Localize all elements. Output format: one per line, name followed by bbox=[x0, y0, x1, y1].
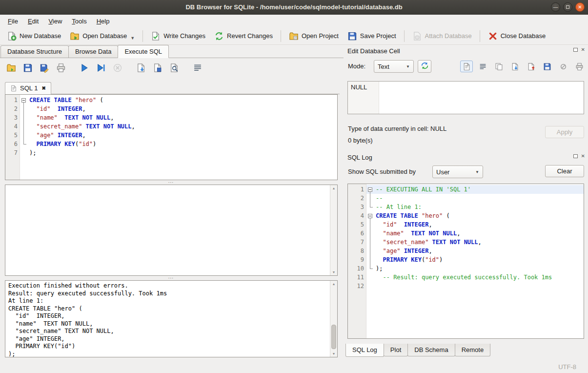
sql-toolbar bbox=[5, 62, 340, 74]
chevron-down-icon: ▼ bbox=[402, 64, 410, 69]
fold-line bbox=[366, 255, 374, 264]
scrollbar-thumb[interactable] bbox=[331, 325, 336, 349]
save-results-icon[interactable] bbox=[151, 62, 163, 74]
dropdown-arrow-icon[interactable]: ▼ bbox=[130, 36, 135, 41]
undock-icon[interactable] bbox=[573, 154, 578, 158]
tab-remote[interactable]: Remote bbox=[455, 344, 491, 356]
menu-tools[interactable]: Tools bbox=[67, 16, 91, 27]
menu-edit[interactable]: Edit bbox=[23, 16, 43, 27]
find-replace-icon[interactable] bbox=[168, 62, 180, 74]
new-database-button[interactable]: New Database bbox=[3, 29, 65, 43]
mode-apply-icon bbox=[421, 62, 429, 71]
line-number: 6 bbox=[5, 140, 20, 148]
sql-editor[interactable]: 1CREATE TABLE "hero" (2 "id" INTEGER,3 "… bbox=[5, 94, 338, 180]
submitted-by-select[interactable]: User ▼ bbox=[432, 166, 483, 178]
tab-db-schema[interactable]: DB Schema bbox=[407, 344, 455, 356]
save-data-icon[interactable] bbox=[541, 61, 553, 72]
close-panel-icon[interactable]: ✕ bbox=[581, 154, 585, 159]
cell-editor-content: NULL bbox=[348, 82, 379, 114]
execute-all-icon[interactable] bbox=[78, 62, 90, 74]
code-text: CREATE TABLE "hero" ( bbox=[374, 211, 450, 220]
clear-button[interactable]: Clear bbox=[545, 165, 584, 177]
mode-select[interactable]: Text ▼ bbox=[374, 60, 414, 73]
maximize-icon[interactable] bbox=[563, 2, 572, 12]
open-database-button[interactable]: Open Database▼ bbox=[66, 29, 139, 43]
export-data-icon[interactable] bbox=[525, 61, 537, 72]
copy-icon[interactable] bbox=[492, 61, 505, 72]
tab-database-structure[interactable]: Database Structure bbox=[0, 45, 69, 58]
encoding-label: UTF-8 bbox=[558, 363, 576, 371]
scroll-down-icon[interactable]: ▼ bbox=[330, 351, 337, 357]
fold-marker-icon[interactable] bbox=[366, 185, 374, 194]
print-cell-icon[interactable] bbox=[573, 61, 586, 72]
print-icon[interactable] bbox=[55, 62, 67, 74]
open-project-button[interactable]: Open Project bbox=[285, 29, 343, 43]
cell-editor-area[interactable]: NULL bbox=[347, 81, 584, 114]
code-line: 12 bbox=[348, 282, 584, 290]
cell-editor-toolbar bbox=[460, 61, 586, 72]
execution-log-scrollbar[interactable]: ▲ ▼ bbox=[330, 281, 337, 357]
set-null-icon[interactable] bbox=[557, 61, 569, 72]
fold-line bbox=[20, 148, 28, 157]
splitter-handle[interactable]: ⋯ bbox=[5, 180, 338, 185]
close-icon[interactable]: ✕ bbox=[575, 2, 585, 12]
right-panel: Edit Database Cell ✕ Mode: Text ▼ NULL T… bbox=[344, 45, 588, 360]
code-text: CREATE TABLE "hero" ( bbox=[28, 96, 103, 104]
close-database-button[interactable]: Close Database bbox=[484, 29, 550, 43]
word-wrap-icon[interactable] bbox=[476, 61, 489, 72]
execute-line-icon[interactable] bbox=[95, 62, 107, 74]
tab-execute-sql[interactable]: Execute SQL bbox=[118, 45, 169, 58]
tab-plot[interactable]: Plot bbox=[384, 344, 408, 356]
fold-marker-icon[interactable] bbox=[20, 96, 28, 104]
save-sql-as-icon[interactable] bbox=[38, 62, 50, 74]
sql-file-tab[interactable]: SQL 1 ✖ bbox=[5, 82, 51, 94]
results-area[interactable]: ▲ ▼ bbox=[5, 185, 338, 276]
edit-cell-title: Edit Database Cell bbox=[347, 47, 400, 55]
scroll-up-icon[interactable]: ▲ bbox=[330, 281, 337, 287]
fold-marker-icon[interactable] bbox=[366, 211, 374, 220]
text-mode-icon[interactable] bbox=[460, 61, 473, 72]
menu-view[interactable]: View bbox=[43, 16, 67, 27]
statusbar: UTF-8 bbox=[0, 360, 588, 373]
line-number: 7 bbox=[5, 148, 20, 157]
export-results-icon[interactable] bbox=[135, 62, 147, 74]
code-text bbox=[374, 282, 376, 290]
revert-changes-button[interactable]: Revert Changes bbox=[210, 29, 277, 43]
import-data-icon[interactable] bbox=[508, 61, 521, 72]
sql-file-tabbar: SQL 1 ✖ bbox=[5, 80, 340, 94]
save-sql-file-icon[interactable] bbox=[21, 62, 34, 74]
line-number: 5 bbox=[348, 220, 366, 229]
write-changes-icon bbox=[151, 31, 161, 41]
log-lines: 1-- EXECUTING ALL IN 'SQL 1'2--3-- At li… bbox=[348, 184, 584, 290]
new-database-icon bbox=[7, 31, 17, 41]
format-sql-icon[interactable] bbox=[191, 62, 203, 74]
toolbar-separator bbox=[142, 30, 143, 42]
code-text: ); bbox=[28, 148, 36, 157]
scroll-up-icon[interactable]: ▲ bbox=[330, 185, 337, 191]
open-sql-file-icon[interactable] bbox=[5, 62, 17, 74]
save-project-button[interactable]: Save Project bbox=[344, 29, 400, 43]
close-tab-icon[interactable]: ✖ bbox=[41, 85, 45, 91]
results-scrollbar[interactable]: ▲ ▼ bbox=[330, 185, 337, 275]
minimize-icon[interactable]: — bbox=[551, 2, 560, 12]
write-changes-button[interactable]: Write Changes bbox=[147, 29, 209, 43]
execution-log-text: Execution finished without errors. Resul… bbox=[5, 281, 337, 357]
splitter-handle[interactable]: ⋯ bbox=[5, 276, 338, 280]
sql-log-view[interactable]: 1-- EXECUTING ALL IN 'SQL 1'2--3-- At li… bbox=[347, 184, 584, 339]
execute-sql-page: SQL 1 ✖ 1CREATE TABLE "hero" (2 "id" INT… bbox=[0, 58, 344, 360]
stop-icon bbox=[111, 62, 123, 74]
scroll-down-icon[interactable]: ▼ bbox=[330, 269, 337, 275]
undock-icon[interactable] bbox=[573, 48, 578, 52]
titlebar[interactable]: DB Browser for SQLite - /home/user/code/… bbox=[0, 0, 588, 15]
mode-apply-button[interactable] bbox=[418, 60, 431, 73]
save-project-icon bbox=[347, 31, 357, 41]
code-text: PRIMARY KEY("id") bbox=[28, 140, 96, 148]
menu-file[interactable]: File bbox=[3, 16, 23, 27]
sql-file-tab-label: SQL 1 bbox=[20, 84, 38, 92]
tab-sql-log[interactable]: SQL Log bbox=[345, 344, 384, 357]
menu-help[interactable]: Help bbox=[92, 16, 115, 27]
tab-browse-data[interactable]: Browse Data bbox=[68, 45, 118, 58]
execution-log[interactable]: Execution finished without errors. Resul… bbox=[5, 280, 338, 357]
close-panel-icon[interactable]: ✕ bbox=[581, 47, 585, 52]
left-panel: Database StructureBrowse DataExecute SQL… bbox=[0, 45, 344, 360]
